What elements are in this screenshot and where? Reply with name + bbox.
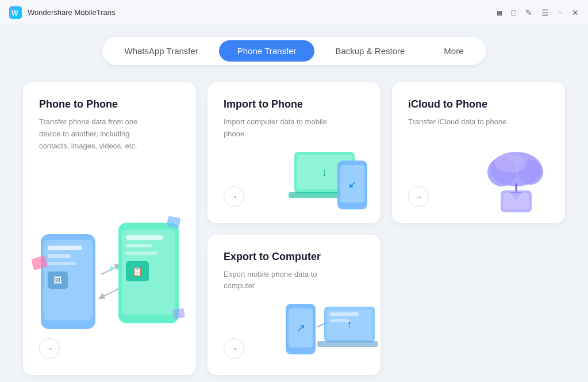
- titlebar: W Wondershare MobileTrans ◙ □ ✎ ☰ − ✕: [0, 0, 588, 25]
- card-import-desc: Import computer data to mobile phone: [224, 116, 339, 140]
- card-icloud-desc: Transfer iCloud data to phone: [408, 116, 523, 128]
- window-icon[interactable]: □: [511, 9, 516, 17]
- tab-whatsapp[interactable]: WhatsApp Transfer: [106, 40, 216, 62]
- card-import-to-phone[interactable]: Import to Phone Import computer data to …: [207, 82, 381, 223]
- main-content: WhatsApp Transfer Phone Transfer Backup …: [0, 25, 588, 382]
- svg-text:W: W: [11, 9, 18, 17]
- svg-point-30: [494, 154, 526, 173]
- card-import-title: Import to Phone: [224, 98, 364, 110]
- nav-tabs: WhatsApp Transfer Phone Transfer Backup …: [102, 37, 485, 65]
- card-import-arrow[interactable]: →: [224, 186, 244, 207]
- svg-rect-13: [126, 251, 157, 255]
- card-icloud-to-phone[interactable]: iCloud to Phone Transfer iCloud data to …: [392, 82, 565, 223]
- svg-text:↗: ↗: [297, 322, 305, 334]
- svg-rect-45: [330, 319, 350, 322]
- tab-phone[interactable]: Phone Transfer: [219, 40, 315, 62]
- card-phone-to-phone-title: Phone to Phone: [39, 98, 180, 110]
- svg-rect-18: [172, 308, 185, 319]
- svg-rect-6: [48, 262, 76, 265]
- menu-icon[interactable]: ☰: [541, 9, 549, 17]
- phone-to-phone-illustration: 🖼 📋: [29, 200, 190, 343]
- card-phone-to-phone-desc: Transfer phone data from one device to a…: [39, 116, 154, 152]
- svg-rect-11: [126, 235, 163, 240]
- app-logo: W: [9, 6, 22, 19]
- svg-rect-4: [48, 246, 82, 250]
- import-illustration: ↓ ↙: [286, 140, 375, 215]
- user-icon[interactable]: ◙: [497, 9, 502, 17]
- export-illustration: ↗ ↑: [283, 289, 378, 370]
- edit-icon[interactable]: ✎: [525, 9, 532, 17]
- card-icloud-title: iCloud to Phone: [408, 98, 549, 110]
- svg-text:🖼: 🖼: [53, 276, 62, 285]
- app-title: Wondershare MobileTrans: [28, 8, 497, 17]
- svg-rect-17: [166, 216, 180, 228]
- svg-rect-42: [317, 341, 378, 347]
- svg-text:↓: ↓: [321, 166, 327, 178]
- card-export-title: Export to Computer: [224, 251, 364, 263]
- svg-rect-44: [330, 312, 359, 316]
- window-controls: ◙ □ ✎ ☰ − ✕: [497, 9, 579, 17]
- card-export-to-computer[interactable]: Export to Computer Export mobile phone d…: [207, 235, 381, 376]
- svg-text:📋: 📋: [132, 266, 143, 277]
- tab-backup[interactable]: Backup & Restore: [317, 40, 423, 62]
- minimize-icon[interactable]: −: [558, 9, 563, 17]
- icloud-illustration: [473, 143, 559, 215]
- svg-rect-34: [504, 193, 529, 209]
- svg-rect-5: [48, 254, 71, 258]
- card-phone-to-phone[interactable]: Phone to Phone Transfer phone data from …: [23, 82, 196, 375]
- cards-grid: Phone to Phone Transfer phone data from …: [23, 82, 565, 375]
- close-icon[interactable]: ✕: [572, 9, 579, 17]
- card-icloud-arrow[interactable]: →: [408, 186, 429, 207]
- card-export-desc: Export mobile phone data to computer: [224, 269, 339, 293]
- svg-text:↙: ↙: [348, 178, 357, 190]
- svg-marker-19: [110, 266, 116, 272]
- svg-rect-12: [126, 244, 152, 247]
- tab-more[interactable]: More: [425, 40, 482, 62]
- card-export-arrow[interactable]: →: [224, 338, 244, 359]
